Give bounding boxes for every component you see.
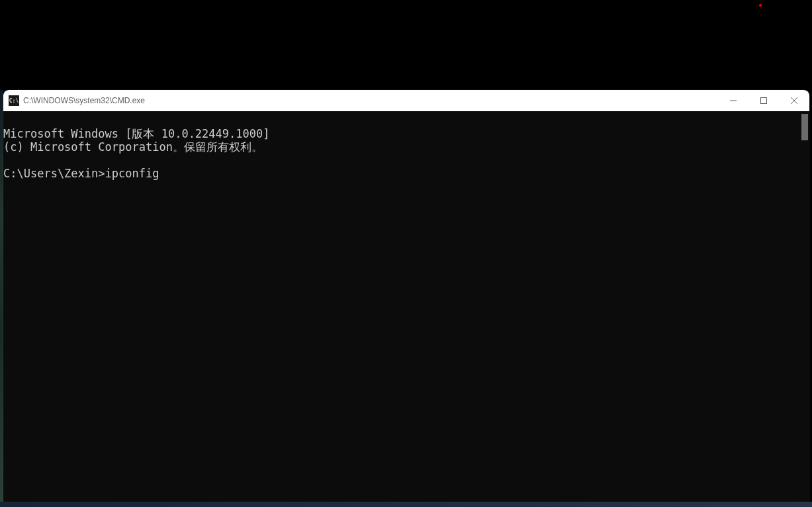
maximize-button[interactable] — [748, 90, 779, 111]
terminal-content: Microsoft Windows [版本 10.0.22449.1000] (… — [3, 111, 809, 180]
svg-rect-1 — [761, 98, 767, 104]
vertical-scrollbar[interactable] — [801, 114, 808, 140]
cmd-icon-label: C:\ — [9, 98, 19, 104]
terminal-line-copyright: (c) Microsoft Corporation。保留所有权利。 — [3, 140, 263, 154]
notification-dot — [759, 4, 762, 7]
close-icon — [791, 97, 797, 104]
window-title: C:\WINDOWS\system32\CMD.exe — [23, 96, 718, 105]
maximize-icon — [760, 97, 767, 104]
terminal-command-input[interactable]: ipconfig — [105, 167, 159, 180]
terminal-prompt: C:\Users\Zexin> — [3, 167, 105, 180]
taskbar-edge — [0, 502, 812, 507]
close-button[interactable] — [779, 90, 809, 111]
terminal-line-version: Microsoft Windows [版本 10.0.22449.1000] — [3, 127, 269, 140]
minimize-button[interactable] — [718, 90, 748, 111]
terminal-body[interactable]: Microsoft Windows [版本 10.0.22449.1000] (… — [3, 111, 809, 502]
cmd-icon: C:\ — [9, 95, 19, 106]
cmd-window: C:\ C:\WINDOWS\system32\CMD.exe — [3, 90, 809, 502]
minimize-icon — [730, 97, 737, 104]
window-controls — [718, 90, 809, 111]
window-titlebar[interactable]: C:\ C:\WINDOWS\system32\CMD.exe — [3, 90, 809, 111]
